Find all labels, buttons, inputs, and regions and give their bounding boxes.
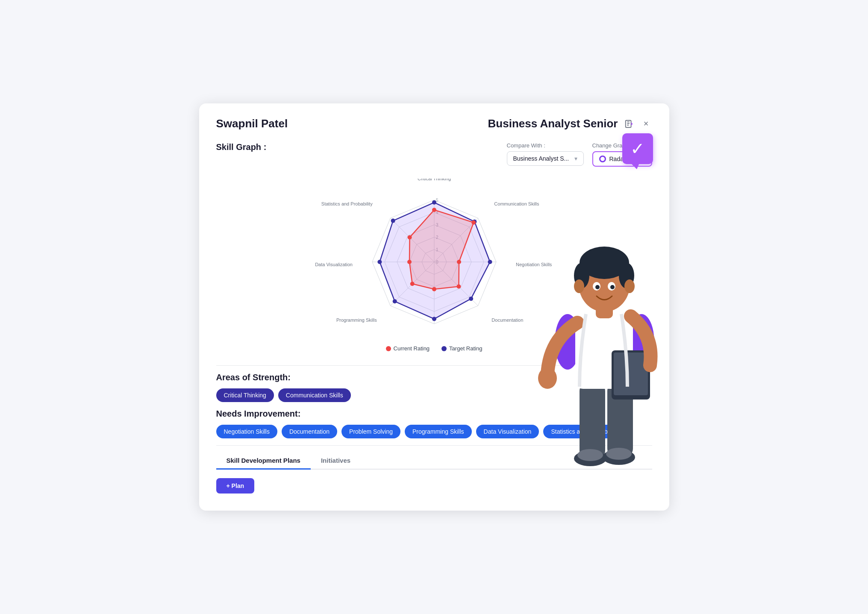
tabs-row: Skill Development PlansInitiatives <box>216 452 652 470</box>
svg-text:Programming Skills: Programming Skills <box>336 317 377 323</box>
improvement-tag: Documentation <box>282 425 337 438</box>
modal: Swapnil Patel Business Analyst Senior × … <box>199 103 669 511</box>
svg-point-22 <box>432 200 436 205</box>
legend-current: Current Rating <box>386 345 430 352</box>
svg-point-33 <box>456 284 461 288</box>
strength-tags: Critical ThinkingCommunication Skills <box>216 388 652 402</box>
svg-point-34 <box>432 287 436 291</box>
skill-graph-header: Skill Graph : Compare With : Business An… <box>216 142 652 167</box>
improvement-tags: Negotiation SkillsDocumentationProblem S… <box>216 425 652 438</box>
improvement-section: Needs Improvement: Negotiation SkillsDoc… <box>216 409 652 438</box>
improvement-tag: Negotiation Skills <box>216 425 277 438</box>
improvement-tag: Statistics and Probability <box>543 425 624 438</box>
svg-text:5: 5 <box>436 198 438 203</box>
strength-tag: Critical Thinking <box>216 388 274 402</box>
add-plan-button[interactable]: + Plan <box>216 478 255 494</box>
strength-section: Areas of Strength: Critical ThinkingComm… <box>216 373 652 402</box>
skill-graph-section: Skill Graph : Compare With : Business An… <box>216 142 652 358</box>
compare-label: Compare With : <box>507 142 584 149</box>
improvement-tag: Programming Skills <box>405 425 472 438</box>
svg-point-29 <box>391 219 395 223</box>
improvement-tag: Data Visualization <box>476 425 539 438</box>
close-button[interactable]: × <box>640 118 652 130</box>
tab-initiatives[interactable]: Initiatives <box>311 452 361 470</box>
svg-point-28 <box>377 260 382 264</box>
svg-point-24 <box>488 260 492 264</box>
svg-point-26 <box>432 317 436 321</box>
svg-point-32 <box>457 260 461 264</box>
divider-2 <box>216 445 652 446</box>
improvement-tag: Problem Solving <box>341 425 400 438</box>
floating-checkmark: ✓ <box>622 133 656 172</box>
divider-1 <box>216 365 652 366</box>
strength-tag: Communication Skills <box>278 388 351 402</box>
current-dot <box>386 346 391 351</box>
role-title: Business Analyst Senior <box>488 117 618 130</box>
current-label: Current Rating <box>394 345 430 352</box>
legend-target: Target Rating <box>441 345 482 352</box>
role-title-area: Business Analyst Senior × <box>488 117 652 130</box>
target-label: Target Rating <box>449 345 482 352</box>
compare-control: Compare With : Business Analyst S... ▾ <box>507 142 584 166</box>
compare-select[interactable]: Business Analyst S... ▾ <box>507 151 584 166</box>
improvement-title: Needs Improvement: <box>216 409 652 419</box>
compare-value: Business Analyst S... <box>513 155 569 162</box>
svg-point-37 <box>407 235 412 240</box>
svg-text:Communication Skills: Communication Skills <box>494 201 539 206</box>
person-name: Swapnil Patel <box>216 117 288 130</box>
chevron-down-icon: ▾ <box>574 155 577 162</box>
pdf-icon[interactable] <box>623 118 635 130</box>
svg-point-35 <box>410 282 414 286</box>
svg-text:Critical Thinking: Critical Thinking <box>417 179 450 181</box>
skill-graph-title: Skill Graph : <box>216 142 267 152</box>
modal-header: Swapnil Patel Business Analyst Senior × <box>216 117 652 130</box>
svg-point-27 <box>392 299 397 303</box>
strength-title: Areas of Strength: <box>216 373 652 382</box>
target-dot <box>441 346 447 351</box>
svg-text:Statistics and Probability: Statistics and Probability <box>321 201 372 206</box>
chart-legend: Current Rating Target Rating <box>216 345 652 352</box>
svg-point-36 <box>407 260 412 264</box>
tab-skill-development-plans[interactable]: Skill Development Plans <box>216 452 311 470</box>
svg-text:Negotiation Skills: Negotiation Skills <box>516 262 552 267</box>
checkmark-box: ✓ <box>622 133 653 164</box>
chart-container: 012345Critical ThinkingCommunication Ski… <box>216 170 652 345</box>
svg-point-31 <box>471 220 476 225</box>
svg-point-25 <box>469 297 473 301</box>
svg-point-30 <box>432 208 436 212</box>
svg-text:Data Visualization: Data Visualization <box>315 262 353 267</box>
svg-text:Documentation: Documentation <box>491 317 523 323</box>
radar-dot-icon <box>599 156 606 162</box>
radar-chart-svg: 012345Critical ThinkingCommunication Ski… <box>315 179 554 341</box>
